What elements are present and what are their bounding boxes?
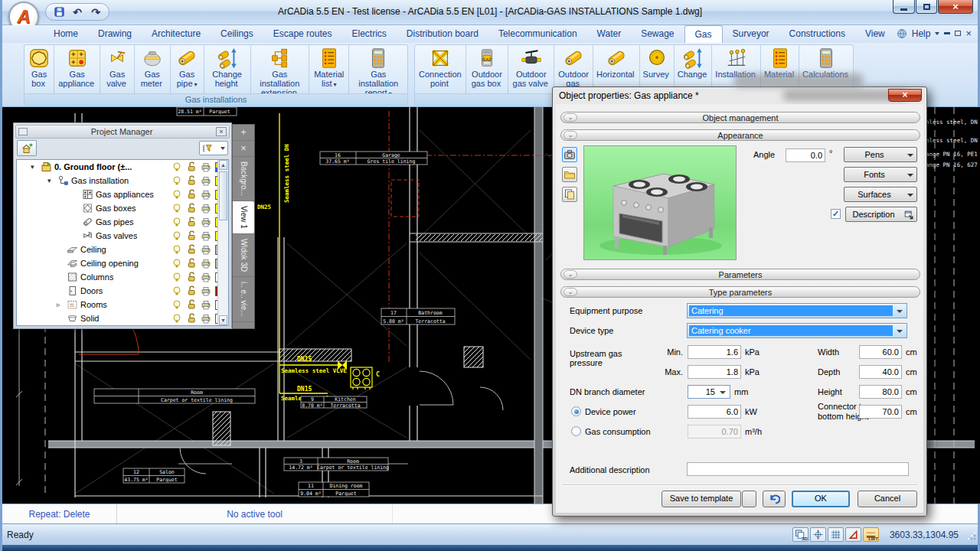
ribbon-button[interactable]: Gas valve bbox=[100, 45, 135, 94]
close-view-icon[interactable]: × bbox=[233, 141, 254, 157]
printer-icon[interactable] bbox=[201, 299, 211, 310]
ribbon-button[interactable]: Gas box bbox=[24, 45, 54, 94]
surfaces-button[interactable]: Surfaces bbox=[844, 187, 917, 202]
tree-expander-icon[interactable]: ▾ bbox=[31, 163, 41, 171]
printer-icon[interactable] bbox=[201, 258, 211, 269]
cancel-button[interactable]: Cancel bbox=[858, 491, 917, 507]
menu-tab[interactable]: Sewage bbox=[631, 25, 684, 43]
menu-tab[interactable]: View bbox=[855, 25, 895, 43]
view-tab[interactable]: Widok 3D bbox=[233, 234, 254, 277]
reset-button[interactable] bbox=[763, 491, 786, 507]
tree-item[interactable]: Gas appliances bbox=[17, 187, 228, 201]
lock-icon[interactable] bbox=[186, 189, 197, 200]
printer-icon[interactable] bbox=[201, 285, 211, 296]
visibility-bulb-icon[interactable] bbox=[172, 258, 182, 269]
grid-toggle[interactable] bbox=[828, 527, 844, 542]
panel-close-icon[interactable]: × bbox=[216, 127, 227, 136]
section-parameters[interactable]: ⌄ Parameters bbox=[560, 269, 920, 280]
tree-item[interactable]: Ceiling opening bbox=[17, 256, 228, 270]
tree-item[interactable]: Gas valves bbox=[17, 229, 228, 243]
menu-tab[interactable]: Water bbox=[587, 25, 632, 43]
dialog-close-button[interactable]: × bbox=[888, 89, 922, 102]
help-menu[interactable]: Help bbox=[912, 28, 931, 39]
tree-item[interactable]: Doors bbox=[17, 284, 228, 298]
printer-icon[interactable] bbox=[201, 189, 211, 200]
tree-item[interactable]: Ceiling bbox=[17, 243, 228, 256]
open-template-button[interactable] bbox=[562, 167, 577, 182]
menu-tab[interactable]: Ceilings bbox=[211, 25, 263, 43]
ribbon-button[interactable]: Connection point bbox=[415, 45, 466, 94]
fonts-button[interactable]: Fonts bbox=[844, 167, 917, 182]
description-button[interactable]: Description bbox=[845, 207, 917, 222]
scroll-up-icon[interactable]: ▲ bbox=[219, 160, 227, 170]
ribbon-button[interactable]: Gas appliance bbox=[54, 45, 100, 94]
ok-button[interactable]: OK bbox=[792, 491, 850, 507]
lock-icon[interactable] bbox=[186, 217, 197, 227]
ortho-toggle[interactable] bbox=[845, 527, 861, 542]
tree-item[interactable]: Solid bbox=[17, 311, 228, 325]
menu-tab[interactable]: Constructions bbox=[779, 25, 855, 43]
menu-tab[interactable]: Escape routes bbox=[263, 25, 342, 43]
ribbon-button[interactable]: Material list▾ bbox=[309, 45, 349, 94]
visibility-bulb-icon[interactable] bbox=[172, 230, 182, 241]
view-3d-toggle[interactable]: 3D bbox=[792, 527, 808, 542]
repeat-command-cell[interactable]: Repeat: Delete bbox=[2, 504, 117, 523]
add-view-icon[interactable]: + bbox=[233, 125, 254, 141]
save-to-template-button[interactable]: Save to template bbox=[662, 491, 741, 507]
tree-expander-icon[interactable]: ▾ bbox=[47, 177, 57, 184]
section-object-management[interactable]: ⌄ Object management bbox=[560, 112, 920, 123]
close-button[interactable]: × bbox=[938, 0, 973, 14]
visibility-bulb-icon[interactable] bbox=[172, 272, 182, 282]
visibility-bulb-icon[interactable] bbox=[172, 313, 182, 324]
doc-close-icon[interactable]: × bbox=[965, 28, 972, 39]
menu-tab[interactable]: Surveyor bbox=[723, 25, 779, 43]
restore-button[interactable] bbox=[916, 0, 937, 14]
panel-menu-icon[interactable] bbox=[18, 128, 28, 135]
doc-restore-icon[interactable] bbox=[955, 31, 961, 36]
save-template-dropdown-button[interactable] bbox=[742, 491, 756, 507]
height-input[interactable] bbox=[859, 385, 902, 399]
resize-grip[interactable] bbox=[966, 530, 975, 540]
equipment-purpose-select[interactable]: Catering bbox=[687, 303, 907, 318]
preview-3d-button[interactable] bbox=[562, 147, 577, 162]
lock-icon[interactable] bbox=[186, 272, 197, 282]
tree-item[interactable]: Gas pipes bbox=[17, 215, 228, 229]
lock-icon[interactable] bbox=[186, 161, 197, 172]
collapse-chevron-icon[interactable]: ⌄ bbox=[564, 270, 577, 279]
lock-icon[interactable] bbox=[186, 258, 197, 269]
project-manager-titlebar[interactable]: Project Manager × bbox=[15, 125, 230, 139]
ribbon-button[interactable]: GAZ Outdoor gas box bbox=[466, 45, 509, 94]
ribbon-button[interactable]: Outdoor gas valve bbox=[508, 45, 554, 94]
visibility-bulb-icon[interactable] bbox=[172, 161, 182, 172]
ribbon-button[interactable]: Gas installation extension bbox=[251, 45, 310, 94]
menu-tab[interactable]: Electrics bbox=[341, 25, 396, 43]
connector-height-input[interactable] bbox=[859, 405, 902, 419]
visibility-bulb-icon[interactable] bbox=[172, 217, 182, 227]
printer-icon[interactable] bbox=[201, 161, 211, 172]
snap-toggle[interactable] bbox=[810, 527, 826, 542]
lock-icon[interactable] bbox=[186, 244, 197, 255]
visibility-bulb-icon[interactable] bbox=[172, 203, 182, 214]
printer-icon[interactable] bbox=[201, 313, 211, 324]
doc-minimize-icon[interactable] bbox=[944, 32, 950, 34]
collapse-chevron-icon[interactable]: ⌄ bbox=[564, 113, 577, 122]
depth-input[interactable] bbox=[859, 365, 902, 379]
device-type-select[interactable]: Catering cooker bbox=[687, 323, 907, 338]
section-type-parameters[interactable]: ⌄ Type parameters bbox=[560, 286, 920, 298]
tree-item[interactable]: ▾ Gas installation bbox=[17, 174, 228, 187]
tree-expander-icon[interactable]: ▹ bbox=[57, 301, 67, 308]
tree-item[interactable]: Gas boxes bbox=[17, 201, 228, 215]
description-checkbox[interactable]: ✓ bbox=[831, 209, 841, 219]
ribbon-button[interactable]: Gas meter bbox=[135, 45, 171, 94]
copy-object-button[interactable] bbox=[562, 187, 577, 202]
angle-input[interactable] bbox=[786, 148, 825, 162]
view-tab[interactable]: i.. e.. vie... bbox=[233, 277, 254, 322]
lock-icon[interactable] bbox=[186, 203, 197, 214]
menu-tab[interactable]: Distribution board bbox=[397, 25, 488, 43]
menu-tab[interactable]: Architecture bbox=[142, 25, 211, 43]
device-power-radio[interactable] bbox=[571, 406, 581, 416]
visibility-bulb-icon[interactable] bbox=[172, 299, 182, 310]
tree-item[interactable]: ▾ 0. Ground floor (±... bbox=[17, 160, 228, 174]
lock-icon[interactable] bbox=[186, 175, 197, 186]
printer-icon[interactable] bbox=[201, 230, 211, 241]
